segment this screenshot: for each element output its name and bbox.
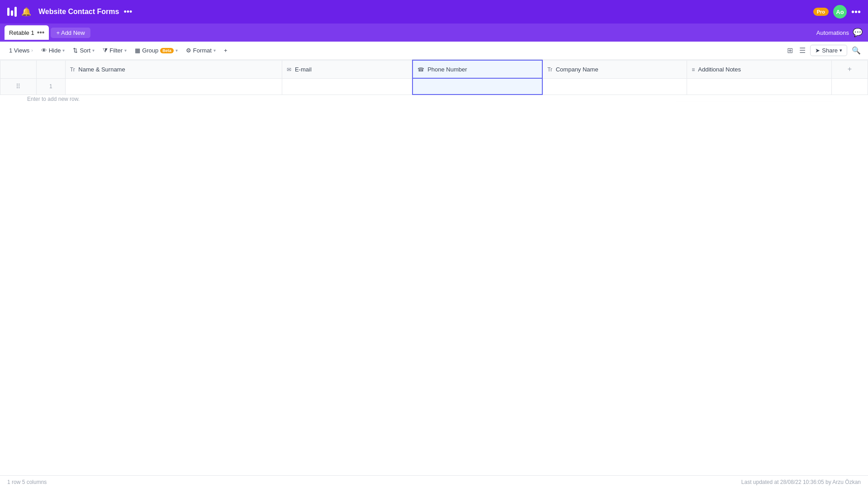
group-chevron-icon: ▾ (175, 48, 178, 53)
add-column-button[interactable]: + (832, 60, 868, 78)
hide-button[interactable]: 👁 Hide ▾ (38, 45, 69, 56)
company-col-label: Company Name (556, 66, 598, 73)
logo-bar-3 (14, 7, 17, 17)
drag-handle-cell[interactable]: ⠿ (0, 78, 37, 95)
cell-phone[interactable] (413, 78, 543, 95)
filter-button[interactable]: ⧩ Filter ▾ (99, 45, 130, 56)
views-label: 1 Views (9, 47, 29, 54)
plus-toolbar-button[interactable]: + (220, 45, 231, 56)
col-header-email[interactable]: ✉ E-mail (282, 60, 413, 78)
pro-badge: Pro (813, 8, 829, 16)
add-row-hint: Enter to add new row. (0, 96, 868, 102)
phone-col-icon: ☎ (417, 66, 424, 73)
hide-icon: 👁 (41, 47, 47, 54)
drag-handle-header (0, 60, 37, 78)
filter-icon: ⧩ (103, 47, 108, 54)
title-more-button[interactable]: ••• (123, 7, 132, 17)
notes-col-label: Additional Notes (698, 66, 741, 73)
share-icon: ➤ (815, 47, 820, 54)
cell-add-empty (832, 78, 868, 95)
cell-name[interactable] (65, 78, 282, 95)
row-number-cell: 1 (36, 78, 65, 95)
company-col-icon: Tr (547, 66, 552, 73)
add-new-button[interactable]: + Add New (51, 28, 90, 38)
views-button[interactable]: 1 Views › (5, 45, 37, 56)
toolbar-left: 1 Views › 👁 Hide ▾ ⇅ Sort ▾ ⧩ Filter ▾ ▦… (5, 45, 231, 56)
tabbar: Retable 1 ••• + Add New Automations 💬 (0, 24, 868, 42)
sort-button[interactable]: ⇅ Sort ▾ (69, 45, 98, 56)
topbar-left: 🔔 Website Contact Forms ••• (7, 7, 132, 17)
app-logo (7, 7, 17, 17)
row-number-header (36, 60, 65, 78)
format-icon: ⚙ (186, 47, 191, 54)
table-row: ⠿ 1 (0, 78, 868, 95)
bell-icon: 🔔 (21, 7, 31, 17)
tabbar-left: Retable 1 ••• + Add New (5, 25, 90, 40)
sort-icon: ⇅ (73, 47, 78, 54)
col-header-notes[interactable]: ≡ Additional Notes (687, 60, 832, 78)
statusbar: 1 row 5 columns Last updated at 28/08/22… (0, 475, 868, 488)
notes-col-icon: ≡ (692, 66, 695, 73)
group-icon: ▦ (135, 47, 140, 54)
table-container: Tr Name & Surname ✉ E-mail ☎ Phone Numbe… (0, 60, 868, 102)
automations-button[interactable]: Automations (816, 29, 849, 36)
toolbar-right: ⊞ ☰ ➤ Share ▾ 🔍 (785, 44, 863, 57)
sort-chevron-icon: ▾ (92, 48, 95, 53)
statusbar-right: Last updated at 28/08/22 10:36:05 by Arz… (741, 479, 861, 485)
name-col-icon: Tr (70, 66, 75, 73)
list-view-icon[interactable]: ☰ (797, 44, 807, 57)
toolbar: 1 Views › 👁 Hide ▾ ⇅ Sort ▾ ⧩ Filter ▾ ▦… (0, 42, 868, 60)
data-table: Tr Name & Surname ✉ E-mail ☎ Phone Numbe… (0, 60, 868, 95)
col-header-phone[interactable]: ☎ Phone Number (413, 60, 543, 78)
topbar: 🔔 Website Contact Forms ••• Pro Ao ••• (0, 0, 868, 24)
col-header-company[interactable]: Tr Company Name (542, 60, 687, 78)
logo-bar-2 (11, 10, 13, 16)
col-header-name[interactable]: Tr Name & Surname (65, 60, 282, 78)
topbar-right: Pro Ao ••• (813, 5, 861, 19)
group-button[interactable]: ▦ Group Beta ▾ (131, 45, 181, 56)
logo-bar-1 (7, 8, 9, 16)
format-button[interactable]: ⚙ Format ▾ (182, 45, 219, 56)
beta-badge: Beta (160, 48, 174, 53)
chat-icon[interactable]: 💬 (853, 28, 863, 38)
share-chevron-icon: ▾ (840, 47, 842, 53)
search-icon[interactable]: 🔍 (850, 44, 863, 57)
cell-notes[interactable] (687, 78, 832, 95)
grid-view-icon[interactable]: ⊞ (785, 44, 795, 57)
cell-email[interactable] (282, 78, 413, 95)
email-col-icon: ✉ (287, 66, 291, 73)
cell-company[interactable] (542, 78, 687, 95)
hide-chevron-icon: ▾ (62, 48, 65, 53)
topbar-more-button[interactable]: ••• (851, 7, 861, 17)
statusbar-left: 1 row 5 columns (7, 479, 47, 485)
share-button[interactable]: ➤ Share ▾ (810, 45, 847, 56)
views-chevron-icon: › (31, 48, 33, 53)
tabbar-right: Automations 💬 (816, 28, 868, 38)
app-title: Website Contact Forms (38, 8, 119, 16)
tab-more-button[interactable]: ••• (37, 28, 45, 37)
format-chevron-icon: ▾ (213, 48, 216, 53)
filter-chevron-icon: ▾ (124, 48, 127, 53)
avatar[interactable]: Ao (833, 5, 847, 19)
name-col-label: Name & Surname (78, 66, 125, 73)
email-col-label: E-mail (295, 66, 312, 73)
tab-label: Retable 1 (9, 29, 34, 36)
active-tab[interactable]: Retable 1 ••• (5, 25, 49, 40)
phone-col-label: Phone Number (427, 66, 467, 73)
